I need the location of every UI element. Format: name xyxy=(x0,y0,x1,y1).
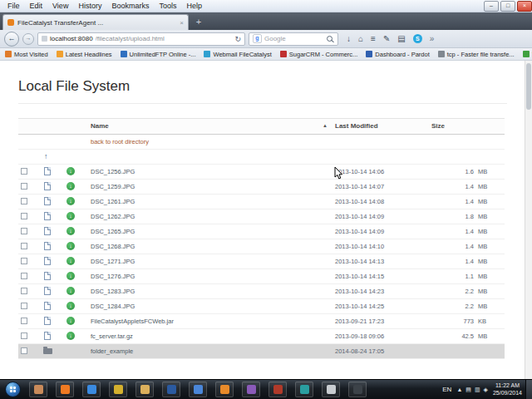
file-row[interactable]: ↓ DSC_1276.JPG 2013-10-14 14:15 1.1 MB xyxy=(18,269,505,284)
menu-history[interactable]: History xyxy=(73,1,106,12)
menu-edit[interactable]: Edit xyxy=(25,1,48,12)
bookmark-item[interactable]: SugarCRM - Commerc... xyxy=(280,51,358,58)
file-row[interactable]: ↓ DSC_1284.JPG 2013-10-14 14:25 2.2 MB xyxy=(18,299,505,314)
network-icon[interactable]: ▥ xyxy=(475,387,480,393)
file-row[interactable]: ↓ DSC_1256.JPG 2013-10-14 14:06 1.6 MB xyxy=(18,165,505,180)
file-row[interactable]: ↓ DSC_1268.JPG 2013-10-14 14:10 1.4 MB xyxy=(18,239,505,254)
paint-icon[interactable] xyxy=(29,382,47,397)
download-icon[interactable]: ↓ xyxy=(66,257,75,265)
column-header-modified[interactable]: Last Modified xyxy=(335,122,378,130)
row-checkbox[interactable] xyxy=(21,347,27,354)
download-icon[interactable]: ↓ xyxy=(66,167,75,175)
page-scrollbar[interactable] xyxy=(525,61,532,379)
row-checkbox[interactable] xyxy=(21,273,27,279)
outlook-icon[interactable] xyxy=(189,382,207,397)
download-icon[interactable]: ↓ xyxy=(66,212,75,220)
bookmark-item[interactable]: UnlimitedFTP Online -... xyxy=(121,51,196,58)
downloads-icon[interactable]: ↓ xyxy=(347,34,351,44)
row-checkbox[interactable] xyxy=(21,318,27,324)
skype-icon[interactable]: S xyxy=(413,34,422,43)
row-checkbox[interactable] xyxy=(21,258,27,264)
bookmark-item[interactable]: Webmail FileCatalyst xyxy=(204,51,271,58)
word-icon[interactable] xyxy=(162,382,180,397)
file-row[interactable]: ↓ fc_server.tar.gz 2013-09-18 09:06 42.5… xyxy=(18,329,505,344)
file-row[interactable]: ↓ DSC_1283.JPG 2013-10-14 14:23 2.2 MB xyxy=(18,284,505,299)
media-player-icon[interactable] xyxy=(215,382,234,397)
file-explorer-icon[interactable] xyxy=(135,382,154,397)
notepad-icon[interactable] xyxy=(322,382,340,397)
download-icon[interactable]: ↓ xyxy=(66,182,75,190)
row-checkbox[interactable] xyxy=(21,183,27,190)
column-header-name[interactable]: Name xyxy=(91,122,109,130)
row-checkbox[interactable] xyxy=(21,213,27,219)
library-icon[interactable]: ≡ xyxy=(371,34,376,44)
menu-file[interactable]: File xyxy=(2,1,25,12)
firefox-icon[interactable] xyxy=(56,382,74,397)
visual-studio-icon[interactable] xyxy=(242,382,260,397)
download-icon[interactable]: ↓ xyxy=(66,302,75,310)
parent-directory-icon[interactable]: ↑ xyxy=(44,152,48,160)
filezilla-icon[interactable] xyxy=(268,382,287,397)
sort-ascending-icon[interactable]: ▲ xyxy=(323,123,328,128)
bookmark-item[interactable]: tcp - Faster file transfe... xyxy=(438,51,515,58)
download-icon[interactable]: ↓ xyxy=(66,317,75,325)
reload-icon[interactable]: ↻ xyxy=(234,35,241,43)
back-button[interactable]: ← xyxy=(4,32,19,47)
menu-view[interactable]: View xyxy=(47,1,73,12)
download-icon[interactable]: ↓ xyxy=(66,242,75,250)
show-hidden-icons-icon[interactable]: ▲ xyxy=(456,387,462,392)
file-row[interactable]: ↓ DSC_1262.JPG 2013-10-14 14:09 1.8 MB xyxy=(18,209,505,224)
menu-bookmarks[interactable]: Bookmarks xyxy=(106,1,154,12)
overflow-icon[interactable]: » xyxy=(430,34,435,44)
scrollbar-thumb[interactable] xyxy=(526,63,531,110)
back-to-root-link[interactable]: back to root directory xyxy=(91,138,149,145)
start-button[interactable] xyxy=(5,382,21,397)
command-prompt-icon[interactable] xyxy=(348,382,367,397)
parent-directory-row[interactable]: ↑ xyxy=(18,150,505,165)
download-icon[interactable]: ↓ xyxy=(66,332,75,340)
file-row[interactable]: ↓ DSC_1259.JPG 2013-10-14 14:07 1.4 MB xyxy=(18,180,505,195)
tab-filecatalyst[interactable]: FileCatalyst TransferAgent ... × xyxy=(2,14,189,30)
download-icon[interactable]: ↓ xyxy=(66,272,75,280)
row-checkbox[interactable] xyxy=(21,168,27,175)
panels-icon[interactable]: ▤ xyxy=(397,34,405,44)
chrome-icon[interactable] xyxy=(109,382,127,397)
photoshop-icon[interactable] xyxy=(295,382,313,397)
new-tab-button[interactable]: + xyxy=(193,16,204,28)
bookmark-item[interactable]: Dashboard - Pardot xyxy=(366,51,429,58)
file-row[interactable]: ↓ folder_example 2014-08-24 17:05 xyxy=(18,344,505,359)
close-button[interactable]: × xyxy=(517,1,532,12)
search-engine-icon[interactable]: g xyxy=(253,34,262,43)
file-row[interactable]: ↓ DSC_1271.JPG 2013-10-14 14:13 1.4 MB xyxy=(18,254,505,269)
home-icon[interactable]: ⌂ xyxy=(358,34,363,44)
forward-button[interactable]: → xyxy=(22,33,34,45)
row-checkbox[interactable] xyxy=(21,243,27,249)
bookmark-item[interactable]: Most Visited xyxy=(5,51,48,58)
row-checkbox[interactable] xyxy=(21,332,27,339)
action-center-icon[interactable]: ▤ xyxy=(466,387,471,393)
bookmark-item[interactable]: Yoda xyxy=(523,51,532,58)
volume-icon[interactable]: ◈ xyxy=(484,387,488,393)
column-header-size[interactable]: Size xyxy=(431,122,445,130)
download-icon[interactable]: ↓ xyxy=(66,287,75,295)
edit-icon[interactable]: ✎ xyxy=(383,34,390,44)
internet-explorer-icon[interactable] xyxy=(82,382,101,397)
download-icon[interactable]: ↓ xyxy=(66,197,75,205)
row-checkbox[interactable] xyxy=(21,228,27,234)
menu-help[interactable]: Help xyxy=(181,1,207,12)
language-indicator[interactable]: EN xyxy=(442,386,451,393)
row-checkbox[interactable] xyxy=(21,288,27,294)
search-bar[interactable]: g Google xyxy=(249,32,338,46)
address-bar[interactable]: localhost:8080 /filecatalyst/upload.html… xyxy=(37,32,245,46)
taskbar-clock[interactable]: 11:22 AM 25/09/2014 xyxy=(493,382,522,397)
maximize-button[interactable]: □ xyxy=(500,1,515,12)
show-desktop-button[interactable] xyxy=(525,380,532,399)
tab-close-icon[interactable]: × xyxy=(180,19,184,27)
file-row[interactable]: ↓ DSC_1265.JPG 2013-10-14 14:09 1.4 MB xyxy=(18,224,505,239)
minimize-button[interactable]: – xyxy=(484,1,499,12)
bookmark-item[interactable]: Latest Headlines xyxy=(57,51,112,58)
download-icon[interactable]: ↓ xyxy=(66,227,75,235)
file-row[interactable]: ↓ FileCatalystAppletsFCWeb.jar 2013-09-2… xyxy=(18,314,505,329)
file-row[interactable]: ↓ DSC_1261.JPG 2013-10-14 14:08 1.4 MB xyxy=(18,195,505,209)
menu-tools[interactable]: Tools xyxy=(154,1,181,12)
